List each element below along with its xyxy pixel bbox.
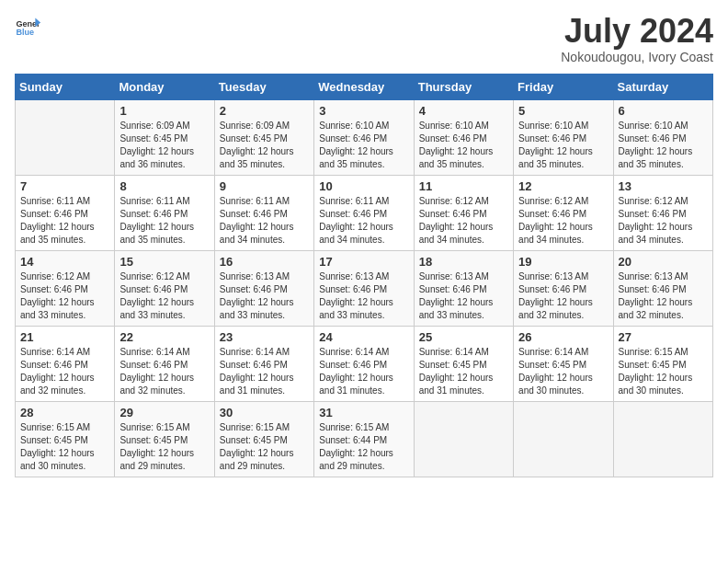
day-info: Sunrise: 6:09 AM Sunset: 6:45 PM Dayligh… xyxy=(119,120,209,171)
day-info: Sunrise: 6:11 AM Sunset: 6:46 PM Dayligh… xyxy=(20,195,109,247)
day-number: 9 xyxy=(220,179,309,193)
calendar-week-row: 21Sunrise: 6:14 AM Sunset: 6:46 PM Dayli… xyxy=(16,327,713,402)
calendar-cell xyxy=(414,402,513,477)
calendar-cell: 17Sunrise: 6:13 AM Sunset: 6:46 PM Dayli… xyxy=(314,251,414,327)
day-info: Sunrise: 6:12 AM Sunset: 6:46 PM Dayligh… xyxy=(518,195,608,247)
day-info: Sunrise: 6:15 AM Sunset: 6:45 PM Dayligh… xyxy=(619,346,708,397)
calendar-cell: 3Sunrise: 6:10 AM Sunset: 6:46 PM Daylig… xyxy=(314,100,414,176)
calendar-cell: 13Sunrise: 6:12 AM Sunset: 6:46 PM Dayli… xyxy=(613,176,712,251)
calendar-cell: 16Sunrise: 6:13 AM Sunset: 6:46 PM Dayli… xyxy=(214,251,313,327)
day-number: 31 xyxy=(319,406,408,419)
calendar-cell: 30Sunrise: 6:15 AM Sunset: 6:45 PM Dayli… xyxy=(214,402,313,477)
day-number: 24 xyxy=(319,330,408,344)
logo-icon: General Blue xyxy=(15,15,40,40)
day-info: Sunrise: 6:12 AM Sunset: 6:46 PM Dayligh… xyxy=(20,270,109,322)
calendar-cell: 11Sunrise: 6:12 AM Sunset: 6:46 PM Dayli… xyxy=(414,176,513,251)
day-info: Sunrise: 6:09 AM Sunset: 6:45 PM Dayligh… xyxy=(220,120,309,171)
day-info: Sunrise: 6:12 AM Sunset: 6:46 PM Dayligh… xyxy=(619,195,708,247)
day-number: 4 xyxy=(419,104,508,118)
day-info: Sunrise: 6:15 AM Sunset: 6:45 PM Dayligh… xyxy=(220,421,309,473)
calendar-cell: 21Sunrise: 6:14 AM Sunset: 6:46 PM Dayli… xyxy=(16,327,115,402)
calendar-cell xyxy=(16,100,115,176)
weekday-header-cell: Friday xyxy=(514,75,613,100)
weekday-header-cell: Monday xyxy=(115,75,214,100)
calendar-cell: 8Sunrise: 6:11 AM Sunset: 6:46 PM Daylig… xyxy=(115,176,214,251)
calendar-cell: 26Sunrise: 6:14 AM Sunset: 6:45 PM Dayli… xyxy=(514,327,613,402)
calendar-cell: 15Sunrise: 6:12 AM Sunset: 6:46 PM Dayli… xyxy=(115,251,214,327)
day-number: 7 xyxy=(20,179,109,193)
day-number: 27 xyxy=(619,330,708,344)
day-number: 21 xyxy=(20,330,109,344)
day-info: Sunrise: 6:10 AM Sunset: 6:46 PM Dayligh… xyxy=(319,120,408,171)
calendar-cell: 5Sunrise: 6:10 AM Sunset: 6:46 PM Daylig… xyxy=(514,100,613,176)
day-number: 13 xyxy=(619,179,708,193)
day-info: Sunrise: 6:14 AM Sunset: 6:45 PM Dayligh… xyxy=(518,346,608,397)
day-info: Sunrise: 6:12 AM Sunset: 6:46 PM Dayligh… xyxy=(119,270,209,322)
day-number: 1 xyxy=(119,104,209,118)
day-number: 5 xyxy=(518,104,608,118)
day-number: 6 xyxy=(619,104,708,118)
day-info: Sunrise: 6:13 AM Sunset: 6:46 PM Dayligh… xyxy=(619,270,708,322)
day-info: Sunrise: 6:15 AM Sunset: 6:45 PM Dayligh… xyxy=(119,421,209,473)
day-number: 3 xyxy=(319,104,408,118)
day-info: Sunrise: 6:13 AM Sunset: 6:46 PM Dayligh… xyxy=(220,270,309,322)
calendar-body: 1Sunrise: 6:09 AM Sunset: 6:45 PM Daylig… xyxy=(16,100,713,477)
day-number: 16 xyxy=(220,255,309,269)
day-number: 14 xyxy=(20,255,109,269)
day-number: 22 xyxy=(119,330,209,344)
calendar-cell: 28Sunrise: 6:15 AM Sunset: 6:45 PM Dayli… xyxy=(16,402,115,477)
calendar-cell: 31Sunrise: 6:15 AM Sunset: 6:44 PM Dayli… xyxy=(314,402,414,477)
calendar-cell: 2Sunrise: 6:09 AM Sunset: 6:45 PM Daylig… xyxy=(214,100,313,176)
month-title: July 2024 xyxy=(561,15,713,48)
day-info: Sunrise: 6:13 AM Sunset: 6:46 PM Dayligh… xyxy=(319,270,408,322)
calendar-cell: 4Sunrise: 6:10 AM Sunset: 6:46 PM Daylig… xyxy=(414,100,513,176)
calendar-week-row: 14Sunrise: 6:12 AM Sunset: 6:46 PM Dayli… xyxy=(16,251,713,327)
calendar-cell: 29Sunrise: 6:15 AM Sunset: 6:45 PM Dayli… xyxy=(115,402,214,477)
day-number: 26 xyxy=(518,330,608,344)
calendar-cell xyxy=(613,402,712,477)
day-info: Sunrise: 6:11 AM Sunset: 6:46 PM Dayligh… xyxy=(220,195,309,247)
calendar-cell: 14Sunrise: 6:12 AM Sunset: 6:46 PM Dayli… xyxy=(16,251,115,327)
day-number: 25 xyxy=(419,330,508,344)
day-info: Sunrise: 6:14 AM Sunset: 6:46 PM Dayligh… xyxy=(20,346,109,397)
day-info: Sunrise: 6:10 AM Sunset: 6:46 PM Dayligh… xyxy=(518,120,608,171)
day-info: Sunrise: 6:10 AM Sunset: 6:46 PM Dayligh… xyxy=(419,120,508,171)
calendar-table: SundayMondayTuesdayWednesdayThursdayFrid… xyxy=(15,74,713,477)
day-number: 11 xyxy=(419,179,508,193)
calendar-cell: 23Sunrise: 6:14 AM Sunset: 6:46 PM Dayli… xyxy=(214,327,313,402)
day-info: Sunrise: 6:14 AM Sunset: 6:45 PM Dayligh… xyxy=(419,346,508,397)
day-info: Sunrise: 6:10 AM Sunset: 6:46 PM Dayligh… xyxy=(619,120,708,171)
weekday-header-cell: Tuesday xyxy=(214,75,313,100)
day-number: 29 xyxy=(119,406,209,419)
weekday-header-cell: Thursday xyxy=(414,75,513,100)
calendar-cell: 6Sunrise: 6:10 AM Sunset: 6:46 PM Daylig… xyxy=(613,100,712,176)
page-header: General Blue July 2024 Nokoudougou, Ivor… xyxy=(15,15,713,64)
day-number: 18 xyxy=(419,255,508,269)
title-block: July 2024 Nokoudougou, Ivory Coast xyxy=(561,15,713,64)
day-number: 10 xyxy=(319,179,408,193)
weekday-header-cell: Sunday xyxy=(16,75,115,100)
calendar-cell: 24Sunrise: 6:14 AM Sunset: 6:46 PM Dayli… xyxy=(314,327,414,402)
day-number: 30 xyxy=(220,406,309,419)
weekday-header-cell: Wednesday xyxy=(314,75,414,100)
day-info: Sunrise: 6:11 AM Sunset: 6:46 PM Dayligh… xyxy=(319,195,408,247)
calendar-week-row: 28Sunrise: 6:15 AM Sunset: 6:45 PM Dayli… xyxy=(16,402,713,477)
calendar-week-row: 7Sunrise: 6:11 AM Sunset: 6:46 PM Daylig… xyxy=(16,176,713,251)
calendar-cell: 9Sunrise: 6:11 AM Sunset: 6:46 PM Daylig… xyxy=(214,176,313,251)
day-number: 12 xyxy=(518,179,608,193)
day-info: Sunrise: 6:11 AM Sunset: 6:46 PM Dayligh… xyxy=(119,195,209,247)
calendar-cell: 25Sunrise: 6:14 AM Sunset: 6:45 PM Dayli… xyxy=(414,327,513,402)
calendar-cell: 7Sunrise: 6:11 AM Sunset: 6:46 PM Daylig… xyxy=(16,176,115,251)
day-number: 28 xyxy=(20,406,109,419)
day-info: Sunrise: 6:14 AM Sunset: 6:46 PM Dayligh… xyxy=(220,346,309,397)
calendar-cell: 1Sunrise: 6:09 AM Sunset: 6:45 PM Daylig… xyxy=(115,100,214,176)
weekday-header-row: SundayMondayTuesdayWednesdayThursdayFrid… xyxy=(16,75,713,100)
day-info: Sunrise: 6:12 AM Sunset: 6:46 PM Dayligh… xyxy=(419,195,508,247)
calendar-cell: 19Sunrise: 6:13 AM Sunset: 6:46 PM Dayli… xyxy=(514,251,613,327)
day-info: Sunrise: 6:14 AM Sunset: 6:46 PM Dayligh… xyxy=(119,346,209,397)
calendar-cell: 18Sunrise: 6:13 AM Sunset: 6:46 PM Dayli… xyxy=(414,251,513,327)
calendar-cell: 12Sunrise: 6:12 AM Sunset: 6:46 PM Dayli… xyxy=(514,176,613,251)
day-info: Sunrise: 6:13 AM Sunset: 6:46 PM Dayligh… xyxy=(518,270,608,322)
day-number: 23 xyxy=(220,330,309,344)
day-info: Sunrise: 6:15 AM Sunset: 6:44 PM Dayligh… xyxy=(319,421,408,473)
